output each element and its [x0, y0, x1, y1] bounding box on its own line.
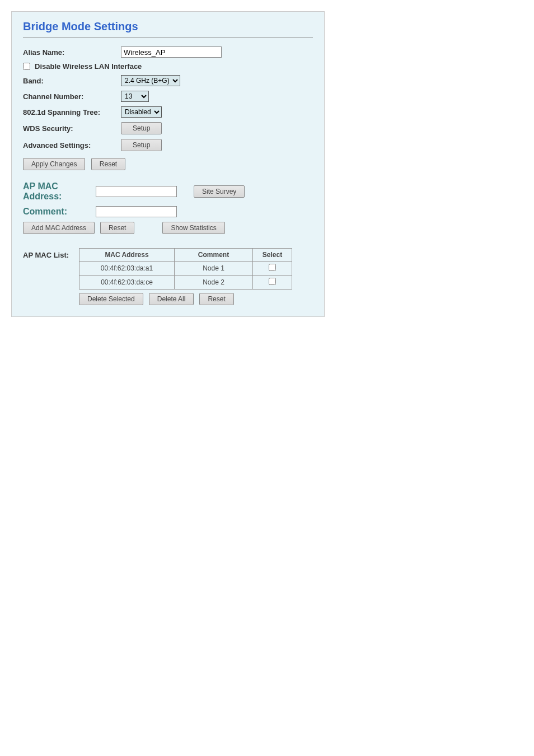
band-select[interactable]: 2.4 GHz (B+G) [121, 75, 180, 86]
table-row: 00:4f:62:03:da:a1 Node 1 [79, 262, 292, 276]
select-checkbox[interactable] [269, 278, 276, 285]
channel-label: Channel Number: [23, 92, 121, 101]
comment-label: Comment: [23, 207, 96, 217]
delete-selected-button[interactable]: Delete Selected [79, 293, 143, 305]
ap-mac-address-label: AP MAC Address: [23, 181, 96, 202]
ap-mac-address-input[interactable] [96, 186, 177, 197]
reset-button-2[interactable]: Reset [100, 222, 134, 234]
channel-select[interactable]: 13 [121, 91, 149, 102]
ap-mac-table: MAC Address Comment Select 00:4f:62:03:d… [79, 248, 292, 290]
alias-name-input[interactable] [121, 46, 222, 58]
table-header-select: Select [253, 249, 292, 262]
disable-wlan-checkbox[interactable] [23, 63, 30, 70]
comment-cell: Node 2 [175, 276, 253, 290]
alias-name-label: Alias Name: [23, 48, 121, 57]
select-cell [253, 276, 292, 290]
comment-cell: Node 1 [175, 262, 253, 276]
wds-security-label: WDS Security: [23, 124, 121, 133]
show-statistics-button[interactable]: Show Statistics [162, 222, 224, 234]
advanced-label: Advanced Settings: [23, 141, 121, 150]
ap-mac-list-label: AP MAC List: [23, 248, 79, 259]
select-checkbox[interactable] [269, 264, 276, 271]
site-survey-button[interactable]: Site Survey [194, 185, 245, 198]
mac-cell: 00:4f:62:03:da:a1 [79, 262, 175, 276]
spanning-tree-select[interactable]: Disabled [121, 106, 162, 118]
table-row: 00:4f:62:03:da:ce Node 2 [79, 276, 292, 290]
reset-button-1[interactable]: Reset [91, 158, 125, 170]
delete-all-button[interactable]: Delete All [149, 293, 194, 305]
band-label: Band: [23, 77, 121, 85]
table-header-comment: Comment [175, 249, 253, 262]
select-cell [253, 262, 292, 276]
mac-cell: 00:4f:62:03:da:ce [79, 276, 175, 290]
page-title: Bridge Mode Settings [23, 20, 313, 38]
disable-wlan-label: Disable Wireless LAN Interface [35, 62, 142, 71]
apply-changes-button[interactable]: Apply Changes [23, 158, 85, 170]
comment-input[interactable] [96, 206, 177, 217]
reset-button-3[interactable]: Reset [199, 293, 233, 305]
table-header-mac: MAC Address [79, 249, 175, 262]
spanning-tree-label: 802.1d Spanning Tree: [23, 108, 121, 116]
wds-setup-button[interactable]: Setup [121, 122, 162, 134]
add-mac-button[interactable]: Add MAC Address [23, 222, 95, 234]
advanced-setup-button[interactable]: Setup [121, 139, 162, 151]
